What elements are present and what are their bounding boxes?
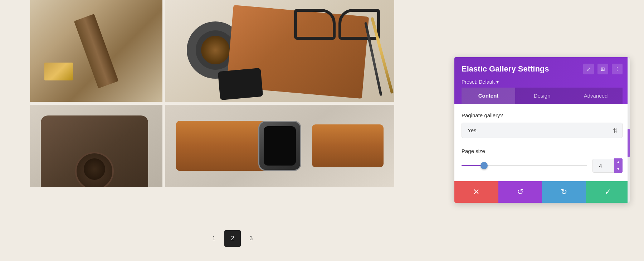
panel-scrollbar[interactable]: [628, 57, 630, 203]
page-button-3[interactable]: 3: [243, 230, 259, 247]
cancel-button[interactable]: ✕: [454, 181, 498, 203]
phone: [218, 68, 263, 100]
gallery-area: 1 2 3: [0, 0, 372, 261]
gallery-image-1[interactable]: [30, 0, 162, 102]
gallery-image-3[interactable]: [30, 105, 162, 187]
confirm-icon: ✓: [605, 187, 611, 197]
expand-icon: ⤢: [586, 66, 591, 72]
gallery-image-4[interactable]: [165, 105, 394, 187]
slider-increment-button[interactable]: ▲: [614, 158, 623, 166]
cancel-icon: ✕: [473, 187, 479, 197]
columns-icon: ⊞: [601, 66, 605, 72]
panel-title-row: Elastic Gallery Settings ⤢ ⊞ ⋮: [462, 64, 623, 74]
watch-screen: [264, 126, 296, 166]
more-options-button[interactable]: ⋮: [612, 64, 623, 74]
slider-input-wrapper: ▲ ▼: [592, 158, 623, 173]
reset-icon: ↺: [517, 187, 523, 197]
watch-body: [258, 121, 301, 171]
redo-button[interactable]: ↻: [542, 181, 586, 203]
preset-label: Preset: Default: [462, 79, 495, 85]
panel-scrollbar-thumb: [628, 129, 630, 157]
paginate-label: Paginate gallery?: [462, 112, 623, 118]
gallery-image-2[interactable]: [165, 0, 394, 102]
more-icon: ⋮: [615, 66, 620, 72]
settings-panel: Elastic Gallery Settings ⤢ ⊞ ⋮ Preset: D…: [454, 57, 630, 203]
watch-band-left: [176, 121, 269, 171]
camera-bag: [41, 115, 148, 187]
page-size-label: Page size: [462, 148, 623, 154]
tab-design[interactable]: Design: [515, 88, 569, 104]
redo-icon: ↻: [561, 187, 567, 197]
slider-decrement-button[interactable]: ▼: [614, 166, 623, 173]
page-button-1[interactable]: 1: [206, 230, 222, 247]
panel-title: Elastic Gallery Settings: [462, 64, 549, 74]
panel-icon-group: ⤢ ⊞ ⋮: [583, 64, 623, 74]
slider-track[interactable]: [462, 165, 587, 166]
paginate-select[interactable]: Yes No: [462, 123, 623, 138]
panel-header: Elastic Gallery Settings ⤢ ⊞ ⋮ Preset: D…: [454, 57, 630, 104]
confirm-button[interactable]: ✓: [586, 181, 630, 203]
reset-button[interactable]: ↺: [498, 181, 542, 203]
panel-body: Paginate gallery? Yes No ⇅ Page size ▲ ▼: [454, 104, 630, 181]
page-size-input[interactable]: [592, 159, 614, 173]
panel-actions: ✕ ↺ ↻ ✓: [454, 181, 630, 203]
gallery-pagination: 1 2 3: [52, 230, 413, 247]
columns-icon-button[interactable]: ⊞: [597, 64, 608, 74]
expand-icon-button[interactable]: ⤢: [583, 64, 594, 74]
watch-band-right: [312, 124, 384, 167]
slider-arrows: ▲ ▼: [614, 158, 623, 173]
panel-tabs: Content Design Advanced: [462, 88, 623, 104]
preset-chevron-icon: ▾: [496, 79, 499, 85]
tab-advanced[interactable]: Advanced: [569, 88, 623, 104]
gallery-grid: [30, 0, 394, 187]
slider-thumb[interactable]: [480, 162, 488, 169]
tab-content[interactable]: Content: [462, 88, 515, 104]
page-size-slider-row: ▲ ▼: [462, 158, 623, 173]
coffee-surface: [201, 36, 230, 64]
paginate-select-wrapper: Yes No ⇅: [462, 123, 623, 138]
preset-selector[interactable]: Preset: Default ▾: [462, 79, 499, 88]
page-button-2[interactable]: 2: [224, 230, 241, 247]
